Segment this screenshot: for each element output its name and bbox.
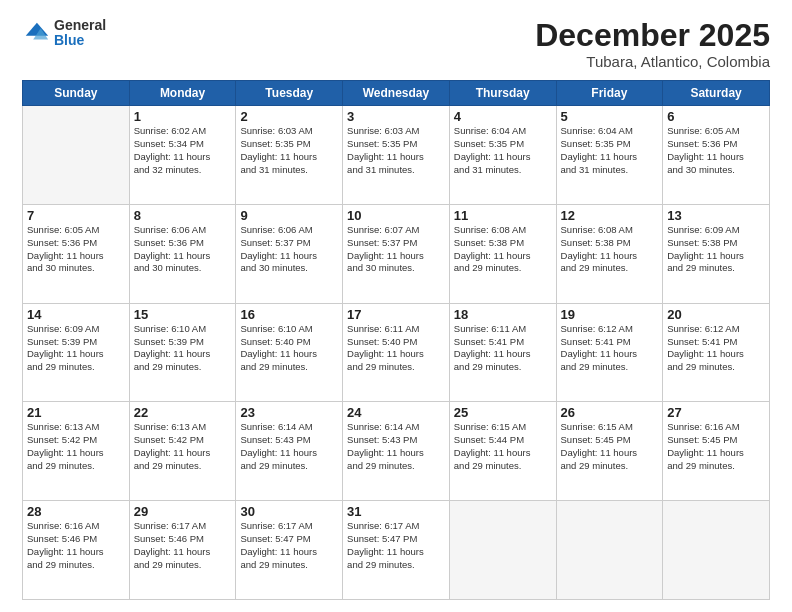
day-number: 29: [134, 504, 232, 519]
day-number: 1: [134, 109, 232, 124]
logo: General Blue: [22, 18, 106, 49]
day-number: 3: [347, 109, 445, 124]
day-info: Sunrise: 6:17 AM Sunset: 5:46 PM Dayligh…: [134, 520, 232, 571]
day-number: 15: [134, 307, 232, 322]
calendar-cell-day-15: 15Sunrise: 6:10 AM Sunset: 5:39 PM Dayli…: [129, 303, 236, 402]
calendar-cell-day-8: 8Sunrise: 6:06 AM Sunset: 5:36 PM Daylig…: [129, 204, 236, 303]
day-number: 2: [240, 109, 338, 124]
day-info: Sunrise: 6:12 AM Sunset: 5:41 PM Dayligh…: [561, 323, 659, 374]
day-number: 8: [134, 208, 232, 223]
day-info: Sunrise: 6:11 AM Sunset: 5:40 PM Dayligh…: [347, 323, 445, 374]
title-block: December 2025 Tubara, Atlantico, Colombi…: [535, 18, 770, 70]
day-info: Sunrise: 6:04 AM Sunset: 5:35 PM Dayligh…: [454, 125, 552, 176]
calendar-cell-day-7: 7Sunrise: 6:05 AM Sunset: 5:36 PM Daylig…: [23, 204, 130, 303]
calendar-cell-day-29: 29Sunrise: 6:17 AM Sunset: 5:46 PM Dayli…: [129, 501, 236, 600]
calendar-week-row: 14Sunrise: 6:09 AM Sunset: 5:39 PM Dayli…: [23, 303, 770, 402]
day-number: 14: [27, 307, 125, 322]
weekday-header-saturday: Saturday: [663, 81, 770, 106]
calendar-title: December 2025: [535, 18, 770, 53]
day-info: Sunrise: 6:09 AM Sunset: 5:38 PM Dayligh…: [667, 224, 765, 275]
day-info: Sunrise: 6:17 AM Sunset: 5:47 PM Dayligh…: [347, 520, 445, 571]
day-number: 4: [454, 109, 552, 124]
calendar-cell-day-10: 10Sunrise: 6:07 AM Sunset: 5:37 PM Dayli…: [343, 204, 450, 303]
day-info: Sunrise: 6:08 AM Sunset: 5:38 PM Dayligh…: [561, 224, 659, 275]
weekday-header-tuesday: Tuesday: [236, 81, 343, 106]
calendar-cell-day-19: 19Sunrise: 6:12 AM Sunset: 5:41 PM Dayli…: [556, 303, 663, 402]
logo-general-text: General: [54, 18, 106, 33]
day-number: 6: [667, 109, 765, 124]
day-info: Sunrise: 6:13 AM Sunset: 5:42 PM Dayligh…: [27, 421, 125, 472]
calendar-cell-empty: [23, 106, 130, 205]
day-number: 30: [240, 504, 338, 519]
calendar-cell-day-22: 22Sunrise: 6:13 AM Sunset: 5:42 PM Dayli…: [129, 402, 236, 501]
day-info: Sunrise: 6:03 AM Sunset: 5:35 PM Dayligh…: [347, 125, 445, 176]
weekday-header-wednesday: Wednesday: [343, 81, 450, 106]
weekday-header-row: SundayMondayTuesdayWednesdayThursdayFrid…: [23, 81, 770, 106]
calendar-cell-day-20: 20Sunrise: 6:12 AM Sunset: 5:41 PM Dayli…: [663, 303, 770, 402]
day-info: Sunrise: 6:05 AM Sunset: 5:36 PM Dayligh…: [667, 125, 765, 176]
calendar-cell-day-26: 26Sunrise: 6:15 AM Sunset: 5:45 PM Dayli…: [556, 402, 663, 501]
day-number: 5: [561, 109, 659, 124]
calendar-cell-day-23: 23Sunrise: 6:14 AM Sunset: 5:43 PM Dayli…: [236, 402, 343, 501]
calendar-cell-day-31: 31Sunrise: 6:17 AM Sunset: 5:47 PM Dayli…: [343, 501, 450, 600]
day-number: 16: [240, 307, 338, 322]
day-number: 12: [561, 208, 659, 223]
calendar-cell-day-13: 13Sunrise: 6:09 AM Sunset: 5:38 PM Dayli…: [663, 204, 770, 303]
day-number: 9: [240, 208, 338, 223]
day-number: 31: [347, 504, 445, 519]
calendar-cell-day-11: 11Sunrise: 6:08 AM Sunset: 5:38 PM Dayli…: [449, 204, 556, 303]
calendar-cell-day-18: 18Sunrise: 6:11 AM Sunset: 5:41 PM Dayli…: [449, 303, 556, 402]
day-number: 7: [27, 208, 125, 223]
logo-icon: [22, 19, 50, 47]
calendar-cell-empty: [556, 501, 663, 600]
day-info: Sunrise: 6:08 AM Sunset: 5:38 PM Dayligh…: [454, 224, 552, 275]
calendar-cell-day-9: 9Sunrise: 6:06 AM Sunset: 5:37 PM Daylig…: [236, 204, 343, 303]
page: General Blue December 2025 Tubara, Atlan…: [0, 0, 792, 612]
day-info: Sunrise: 6:14 AM Sunset: 5:43 PM Dayligh…: [347, 421, 445, 472]
calendar-week-row: 7Sunrise: 6:05 AM Sunset: 5:36 PM Daylig…: [23, 204, 770, 303]
logo-blue-text: Blue: [54, 33, 106, 48]
calendar-cell-day-24: 24Sunrise: 6:14 AM Sunset: 5:43 PM Dayli…: [343, 402, 450, 501]
calendar-cell-day-2: 2Sunrise: 6:03 AM Sunset: 5:35 PM Daylig…: [236, 106, 343, 205]
calendar-cell-empty: [449, 501, 556, 600]
day-info: Sunrise: 6:13 AM Sunset: 5:42 PM Dayligh…: [134, 421, 232, 472]
header: General Blue December 2025 Tubara, Atlan…: [22, 18, 770, 70]
calendar-week-row: 21Sunrise: 6:13 AM Sunset: 5:42 PM Dayli…: [23, 402, 770, 501]
day-number: 25: [454, 405, 552, 420]
day-number: 27: [667, 405, 765, 420]
calendar-cell-day-4: 4Sunrise: 6:04 AM Sunset: 5:35 PM Daylig…: [449, 106, 556, 205]
day-info: Sunrise: 6:05 AM Sunset: 5:36 PM Dayligh…: [27, 224, 125, 275]
weekday-header-friday: Friday: [556, 81, 663, 106]
day-info: Sunrise: 6:06 AM Sunset: 5:36 PM Dayligh…: [134, 224, 232, 275]
svg-marker-0: [26, 23, 48, 36]
calendar-cell-day-12: 12Sunrise: 6:08 AM Sunset: 5:38 PM Dayli…: [556, 204, 663, 303]
calendar-cell-day-14: 14Sunrise: 6:09 AM Sunset: 5:39 PM Dayli…: [23, 303, 130, 402]
calendar-week-row: 28Sunrise: 6:16 AM Sunset: 5:46 PM Dayli…: [23, 501, 770, 600]
logo-text: General Blue: [54, 18, 106, 49]
calendar-cell-empty: [663, 501, 770, 600]
day-number: 13: [667, 208, 765, 223]
calendar-cell-day-6: 6Sunrise: 6:05 AM Sunset: 5:36 PM Daylig…: [663, 106, 770, 205]
day-info: Sunrise: 6:03 AM Sunset: 5:35 PM Dayligh…: [240, 125, 338, 176]
day-info: Sunrise: 6:06 AM Sunset: 5:37 PM Dayligh…: [240, 224, 338, 275]
day-number: 17: [347, 307, 445, 322]
calendar-cell-day-30: 30Sunrise: 6:17 AM Sunset: 5:47 PM Dayli…: [236, 501, 343, 600]
day-number: 22: [134, 405, 232, 420]
calendar-cell-day-5: 5Sunrise: 6:04 AM Sunset: 5:35 PM Daylig…: [556, 106, 663, 205]
calendar-week-row: 1Sunrise: 6:02 AM Sunset: 5:34 PM Daylig…: [23, 106, 770, 205]
calendar-cell-day-1: 1Sunrise: 6:02 AM Sunset: 5:34 PM Daylig…: [129, 106, 236, 205]
day-number: 24: [347, 405, 445, 420]
day-info: Sunrise: 6:16 AM Sunset: 5:46 PM Dayligh…: [27, 520, 125, 571]
calendar-cell-day-27: 27Sunrise: 6:16 AM Sunset: 5:45 PM Dayli…: [663, 402, 770, 501]
calendar-cell-day-21: 21Sunrise: 6:13 AM Sunset: 5:42 PM Dayli…: [23, 402, 130, 501]
day-info: Sunrise: 6:15 AM Sunset: 5:45 PM Dayligh…: [561, 421, 659, 472]
day-info: Sunrise: 6:11 AM Sunset: 5:41 PM Dayligh…: [454, 323, 552, 374]
day-info: Sunrise: 6:09 AM Sunset: 5:39 PM Dayligh…: [27, 323, 125, 374]
calendar-cell-day-16: 16Sunrise: 6:10 AM Sunset: 5:40 PM Dayli…: [236, 303, 343, 402]
day-info: Sunrise: 6:02 AM Sunset: 5:34 PM Dayligh…: [134, 125, 232, 176]
day-info: Sunrise: 6:10 AM Sunset: 5:39 PM Dayligh…: [134, 323, 232, 374]
day-number: 23: [240, 405, 338, 420]
calendar-table: SundayMondayTuesdayWednesdayThursdayFrid…: [22, 80, 770, 600]
day-number: 28: [27, 504, 125, 519]
day-info: Sunrise: 6:04 AM Sunset: 5:35 PM Dayligh…: [561, 125, 659, 176]
